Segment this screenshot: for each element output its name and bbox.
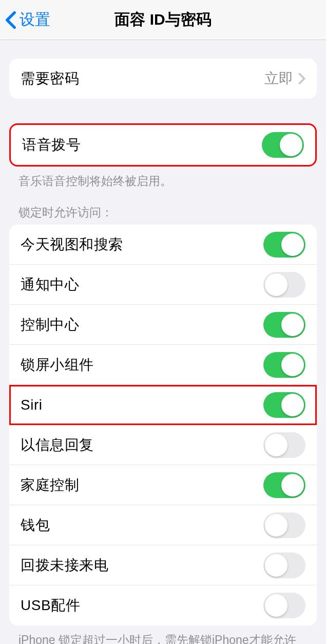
lock-access-toggle[interactable] bbox=[263, 432, 305, 458]
lock-access-group: 今天视图和搜索通知中心控制中心锁屏小组件Siri以信息回复家庭控制钱包回拨未接来… bbox=[9, 225, 317, 625]
chevron-left-icon bbox=[5, 11, 16, 29]
toggle-knob bbox=[265, 434, 287, 456]
lock-access-toggle[interactable] bbox=[263, 392, 305, 418]
lock-access-row: USB配件 bbox=[9, 585, 317, 625]
lock-access-toggle[interactable] bbox=[263, 352, 305, 378]
require-passcode-value: 立即 bbox=[264, 69, 305, 88]
toggle-knob bbox=[281, 233, 304, 256]
lock-access-row: 通知中心 bbox=[9, 265, 317, 305]
lock-access-toggle[interactable] bbox=[263, 272, 305, 298]
lock-access-row: 以信息回复 bbox=[9, 425, 317, 465]
lock-access-row: Siri bbox=[9, 385, 317, 425]
lock-access-toggle[interactable] bbox=[263, 593, 305, 618]
require-passcode-row[interactable]: 需要密码 立即 bbox=[9, 59, 317, 99]
toggle-knob bbox=[281, 314, 304, 336]
lock-access-toggle[interactable] bbox=[263, 232, 305, 257]
lock-access-row: 钱包 bbox=[9, 505, 317, 545]
require-passcode-label: 需要密码 bbox=[21, 69, 79, 88]
lock-access-row: 今天视图和搜索 bbox=[9, 225, 317, 265]
voice-dial-footer: 音乐语音控制将始终被启用。 bbox=[0, 167, 326, 189]
lock-access-label: Siri bbox=[21, 397, 42, 413]
lock-access-row: 控制中心 bbox=[9, 305, 317, 345]
back-button[interactable]: 设置 bbox=[0, 9, 50, 30]
voice-dial-row: 语音拨号 bbox=[11, 125, 315, 165]
toggle-knob bbox=[265, 273, 287, 296]
lock-access-label: 以信息回复 bbox=[21, 435, 94, 455]
toggle-knob bbox=[265, 594, 287, 617]
lock-access-label: 今天视图和搜索 bbox=[21, 235, 123, 254]
lock-access-label: 锁屏小组件 bbox=[21, 355, 94, 375]
lock-access-label: 控制中心 bbox=[21, 315, 79, 335]
lock-access-label: USB配件 bbox=[21, 596, 80, 615]
chevron-right-icon bbox=[298, 72, 305, 85]
lock-access-header: 锁定时允许访问： bbox=[0, 189, 326, 225]
toggle-knob bbox=[281, 394, 304, 416]
toggle-knob bbox=[281, 354, 304, 376]
lock-access-toggle[interactable] bbox=[263, 472, 305, 498]
toggle-knob bbox=[281, 474, 304, 496]
usb-footer: iPhone 锁定超过一小时后，需先解锁iPhone才能允许USB 配件连接。 bbox=[0, 625, 326, 644]
lock-access-toggle[interactable] bbox=[263, 553, 305, 578]
lock-access-label: 家庭控制 bbox=[21, 475, 79, 495]
voice-dial-group: 语音拨号 bbox=[9, 123, 317, 167]
voice-dial-label: 语音拨号 bbox=[22, 135, 81, 155]
require-passcode-value-text: 立即 bbox=[264, 69, 293, 88]
lock-access-row: 锁屏小组件 bbox=[9, 345, 317, 385]
require-passcode-group: 需要密码 立即 bbox=[9, 59, 317, 99]
content: 需要密码 立即 语音拨号 音乐语音控制将始终被启用。 锁定时允许访问： 今天视图… bbox=[0, 59, 326, 644]
lock-access-toggle[interactable] bbox=[263, 312, 305, 338]
lock-access-label: 回拨未接来电 bbox=[21, 556, 108, 575]
navigation-bar: 设置 面容 ID与密码 bbox=[0, 0, 326, 40]
voice-dial-toggle[interactable] bbox=[262, 132, 304, 158]
lock-access-toggle[interactable] bbox=[263, 512, 305, 538]
lock-access-row: 家庭控制 bbox=[9, 465, 317, 505]
toggle-knob bbox=[280, 134, 302, 156]
lock-access-label: 钱包 bbox=[21, 516, 50, 535]
toggle-knob bbox=[265, 554, 287, 577]
toggle-knob bbox=[265, 514, 287, 537]
lock-access-label: 通知中心 bbox=[21, 275, 79, 295]
lock-access-row: 回拨未接来电 bbox=[9, 545, 317, 585]
back-label: 设置 bbox=[20, 9, 50, 30]
